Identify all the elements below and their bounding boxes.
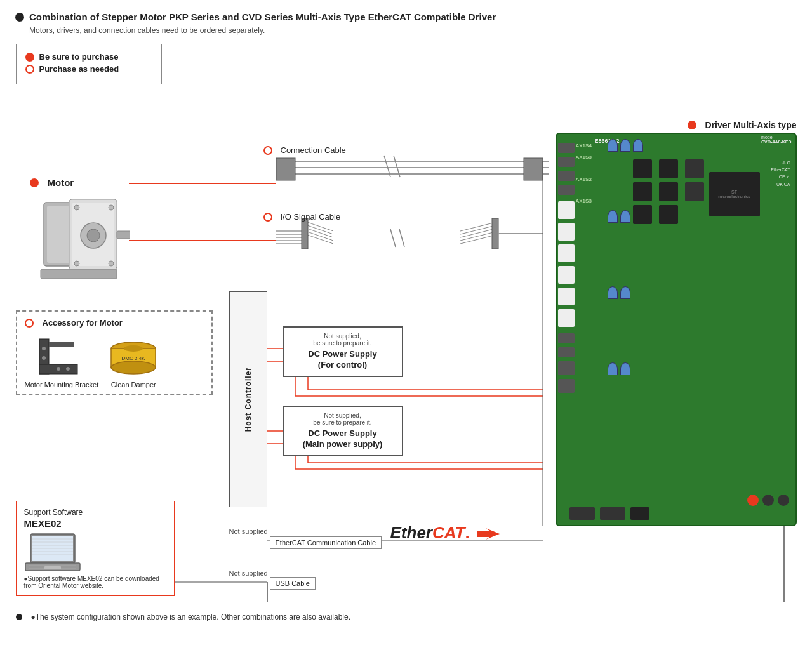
svg-line-14 — [305, 222, 333, 231]
footer-note: ●The system configuration shown above is… — [16, 613, 351, 621]
accessory-title: Accessory for Motor — [25, 318, 204, 328]
dc-power-control-box: Not supplied,be sure to prepare it. DC P… — [283, 326, 403, 377]
accessory-dot-icon — [25, 319, 34, 328]
svg-rect-57 — [117, 231, 130, 239]
svg-point-68 — [42, 347, 46, 350]
svg-point-58 — [74, 205, 79, 210]
ethercat-logo: EtherCAT. — [390, 523, 500, 543]
svg-line-17 — [305, 231, 333, 241]
svg-rect-5 — [276, 158, 295, 180]
accessory-items: Motor Mounting Bracket DMC 2.4K Clean Da… — [25, 333, 204, 388]
empty-dot-icon — [25, 65, 34, 74]
svg-text:DMC 2.4K: DMC 2.4K — [122, 355, 146, 361]
usb-cable-box: USB Cable — [270, 577, 316, 590]
legend-box: Be sure to purchase Purchase as needed — [16, 44, 162, 84]
svg-line-22 — [460, 231, 498, 241]
pkp-brand: PKP — [169, 11, 189, 22]
svg-point-69 — [42, 356, 46, 360]
legend-as-needed: Purchase as needed — [25, 64, 152, 74]
ethercat-cable-box: EtherCAT Communication Cable — [270, 536, 382, 549]
svg-rect-88 — [44, 566, 61, 569]
svg-line-18 — [305, 234, 333, 244]
bracket-icon — [33, 333, 90, 381]
svg-rect-6 — [524, 158, 543, 180]
svg-marker-89 — [477, 528, 500, 540]
page-title: Combination of Stepper Motor PKP Series … — [15, 11, 797, 22]
svg-rect-25 — [492, 218, 498, 249]
connection-cable-label: Connection Cable — [263, 145, 346, 155]
io-cable-label: I/O Signal Cable — [263, 212, 341, 222]
svg-line-20 — [460, 225, 498, 234]
diagram-area: Be sure to purchase Purchase as needed M… — [16, 44, 797, 602]
svg-point-61 — [109, 261, 114, 266]
filled-dot-icon — [25, 53, 34, 62]
svg-line-26 — [390, 229, 396, 247]
driver-dot-icon — [688, 121, 696, 129]
svg-rect-24 — [302, 218, 308, 249]
laptop-icon — [24, 533, 81, 573]
svg-point-63 — [87, 229, 100, 242]
svg-point-74 — [111, 361, 156, 374]
damper-icon: DMC 2.4K — [105, 333, 162, 381]
usb-cable-note: Not supplied — [229, 569, 268, 577]
svg-line-15 — [305, 225, 333, 234]
svg-line-23 — [460, 234, 498, 244]
motor-bracket-item: Motor Mounting Bracket — [25, 333, 99, 388]
driver-label: Driver Multi-Axis type — [688, 120, 797, 130]
ethercat-cable-note: Not supplied — [229, 528, 268, 535]
host-controller-box: Host Controller — [229, 291, 267, 507]
svg-rect-67 — [49, 342, 74, 347]
pcb-inner: E86619-2 modelCVO-4A8-KED — [557, 134, 795, 525]
legend-be-sure: Be sure to purchase — [25, 52, 152, 62]
svg-line-19 — [460, 222, 498, 231]
title-text: Combination of Stepper Motor PKP Series … — [29, 11, 496, 22]
motor-label: Motor — [30, 177, 74, 188]
dc-power-main-box: Not supplied,be sure to prepare it. DC P… — [283, 406, 403, 456]
clean-damper-item: DMC 2.4K Clean Damper — [105, 333, 162, 388]
motor-image — [25, 190, 130, 285]
cvd-brand: CVD — [242, 11, 262, 22]
svg-point-76 — [124, 345, 143, 352]
subtitle-text: Motors, drivers, and connection cables n… — [29, 26, 797, 35]
footer-dot-icon — [16, 614, 22, 620]
svg-line-21 — [460, 228, 498, 237]
accessory-box: Accessory for Motor Motor Mo — [16, 310, 213, 395]
svg-rect-64 — [41, 269, 117, 279]
driver-pcb: E86619-2 modelCVO-4A8-KED — [556, 133, 797, 526]
svg-line-8 — [394, 156, 400, 177]
svg-point-60 — [74, 261, 79, 266]
svg-point-70 — [57, 367, 60, 371]
svg-line-27 — [399, 229, 404, 247]
conn-cable-dot-icon — [263, 146, 272, 155]
svg-point-59 — [109, 205, 114, 210]
svg-line-7 — [384, 156, 390, 177]
io-cable-dot-icon — [263, 213, 272, 222]
svg-point-71 — [66, 367, 70, 371]
motor-dot-icon — [30, 178, 39, 187]
title-dot-icon — [15, 13, 24, 22]
software-box: Support Software MEXE02 — [16, 501, 175, 596]
svg-line-16 — [305, 228, 333, 237]
